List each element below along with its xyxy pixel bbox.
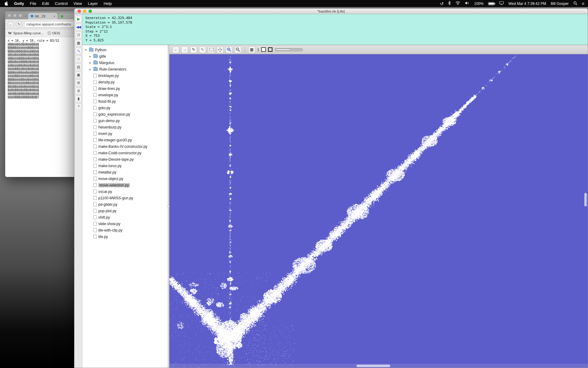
- tree-file-row[interactable]: heisenburp.py: [82, 124, 168, 130]
- disclosure-closed-icon[interactable]: ▸: [89, 61, 92, 64]
- menu-layer[interactable]: Layer: [88, 1, 98, 6]
- tree-file-row[interactable]: flood-fill.py: [82, 98, 168, 105]
- life-canvas[interactable]: [169, 54, 588, 368]
- open-pattern-button[interactable]: ▤: [75, 63, 82, 70]
- app-menu-golly[interactable]: Golly: [14, 1, 24, 6]
- tree-file-row[interactable]: life-integer-gun30.py: [82, 137, 168, 143]
- tree-file-row[interactable]: move-object.py: [82, 175, 168, 182]
- show-patterns-button[interactable]: ⊞: [75, 79, 82, 86]
- tree-file-row[interactable]: make-Codd-constructor.py: [82, 150, 168, 156]
- stack-layers-toggle[interactable]: [268, 47, 273, 52]
- tree-file-row[interactable]: density.py: [82, 79, 168, 85]
- menu-bar-user[interactable]: Bill Gosper: [551, 2, 569, 6]
- menu-help[interactable]: Help: [104, 1, 112, 6]
- rle-line: bobobbobobbobobo$: [8, 88, 39, 92]
- display-icon[interactable]: [499, 1, 504, 6]
- notification-center-icon[interactable]: ≡: [582, 2, 584, 6]
- volume-icon[interactable]: [465, 1, 469, 6]
- toolbar-slider[interactable]: [275, 48, 303, 51]
- spotlight-icon[interactable]: [573, 1, 577, 6]
- tree-file-row[interactable]: make-Banks-IV-constructor.py: [82, 143, 168, 150]
- tab-back-chevron[interactable]: ‹: [24, 13, 28, 19]
- tab-close-icon[interactable]: ×: [53, 14, 55, 18]
- tree-file-row[interactable]: slide-show.py: [82, 220, 168, 227]
- help-button[interactable]: ?: [75, 103, 82, 110]
- rle-line: obbooobbbooboobb$: [8, 57, 39, 60]
- tree-folder-row[interactable]: ▾Python: [82, 47, 168, 53]
- browser-zoom-button[interactable]: [19, 14, 22, 17]
- bookmark-item[interactable]: WSpace-filling curve…: [8, 31, 44, 36]
- wifi-icon[interactable]: [455, 1, 460, 6]
- pick-tool[interactable]: ✎: [199, 46, 206, 53]
- horizontal-scrollbar-thumb[interactable]: [356, 365, 390, 367]
- run-button[interactable]: ▶: [75, 16, 82, 22]
- apple-menu[interactable]: [4, 1, 8, 6]
- fit-button[interactable]: ▦: [75, 40, 82, 46]
- menu-edit[interactable]: Edit: [42, 1, 49, 6]
- menu-bar-clock[interactable]: Wed Mar 4 7:39:42 PM: [508, 2, 546, 6]
- tree-file-row[interactable]: oscar.py: [82, 188, 168, 195]
- show-scripts-button[interactable]: ≣: [75, 87, 82, 94]
- disclosure-closed-icon[interactable]: ▸: [89, 55, 92, 58]
- tree-folder-row[interactable]: ▸glife: [82, 53, 168, 59]
- toolbar-slider-thumb[interactable]: [276, 49, 290, 51]
- tree-folder-row[interactable]: ▸Rule-Generators: [82, 66, 168, 72]
- tree-file-row[interactable]: p1100-MWSS-gun.py: [82, 195, 168, 201]
- zoom-in-tool[interactable]: [226, 46, 232, 53]
- draw-tool[interactable]: ✎: [190, 46, 197, 53]
- folder-icon: [89, 48, 93, 52]
- undo-button[interactable]: ←: [172, 46, 179, 53]
- tree-file-row[interactable]: pop-plot.py: [82, 208, 168, 214]
- bluetooth-icon[interactable]: [448, 1, 451, 6]
- menu-control[interactable]: Control: [55, 1, 68, 6]
- zoom-out-tool[interactable]: [235, 46, 241, 53]
- vertical-scrollbar-thumb[interactable]: [584, 193, 587, 206]
- menu-file[interactable]: File: [30, 1, 36, 6]
- tree-file-row[interactable]: invert.py: [82, 130, 168, 137]
- tree-file-row[interactable]: goto_expression.py: [82, 111, 168, 117]
- move-tool[interactable]: [217, 46, 224, 53]
- golly-titlebar[interactable]: *backfire.rle [Life]: [74, 9, 588, 14]
- browser-tab-active[interactable]: htt…23 ×: [28, 13, 58, 19]
- rle-line: bbboobbbobooobbo$: [8, 50, 39, 53]
- new-pattern-button[interactable]: □: [75, 56, 82, 62]
- browser-minimize-button[interactable]: [13, 14, 17, 17]
- golly-close-button[interactable]: [77, 10, 81, 13]
- golly-zoom-button[interactable]: [89, 10, 92, 13]
- tree-file-row[interactable]: metafier.py: [82, 169, 168, 175]
- tree-file-row[interactable]: envelope.py: [82, 92, 168, 98]
- tree-file-row[interactable]: tile-with-clip.py: [82, 227, 168, 233]
- tree-file-row[interactable]: move-selection.py: [82, 182, 168, 188]
- file-icon: [93, 157, 97, 161]
- tree-file-row[interactable]: shift.py: [82, 214, 168, 220]
- browser-back-button[interactable]: ←: [8, 21, 14, 27]
- tree-file-row[interactable]: gun-demo.py: [82, 117, 168, 124]
- browser-close-button[interactable]: [8, 14, 11, 17]
- grid-toggle[interactable]: ▦: [248, 46, 255, 53]
- tree-file-row[interactable]: bricklayer.py: [82, 72, 168, 79]
- select-tool[interactable]: [208, 46, 215, 53]
- info-button[interactable]: ▮: [75, 95, 82, 102]
- golly-minimize-button[interactable]: [83, 10, 86, 13]
- disclosure-closed-icon[interactable]: ▸: [89, 67, 92, 71]
- bookmark-item[interactable]: OEIS: [48, 31, 60, 35]
- tree-file-row[interactable]: draw-lines.py: [82, 85, 168, 92]
- tree-label: goto_expression.py: [98, 112, 130, 117]
- horizontal-scrollbar[interactable]: [169, 364, 588, 368]
- tile-layers-toggle[interactable]: [261, 47, 266, 52]
- tree-folder-row[interactable]: ▸Margolus: [82, 59, 168, 66]
- step-button[interactable]: ⊡: [75, 32, 82, 38]
- browser-reload-button[interactable]: ↻: [16, 21, 22, 27]
- autofit-button[interactable]: ∿: [75, 48, 82, 54]
- time-machine-icon[interactable]: ↺: [440, 2, 444, 6]
- tree-file-row[interactable]: tile.py: [82, 233, 168, 240]
- save-pattern-button[interactable]: ▣: [75, 71, 82, 78]
- tree-file-row[interactable]: pd-glider.py: [82, 201, 168, 208]
- menu-view[interactable]: View: [74, 1, 82, 6]
- redo-button[interactable]: →: [181, 46, 188, 53]
- tree-file-row[interactable]: make-torus.py: [82, 163, 168, 169]
- disclosure-open-icon[interactable]: ▾: [84, 48, 88, 52]
- tree-file-row[interactable]: goto.py: [82, 105, 168, 111]
- reset-button[interactable]: ◀◀: [75, 24, 82, 30]
- tree-file-row[interactable]: make-Devore-tape.py: [82, 156, 168, 163]
